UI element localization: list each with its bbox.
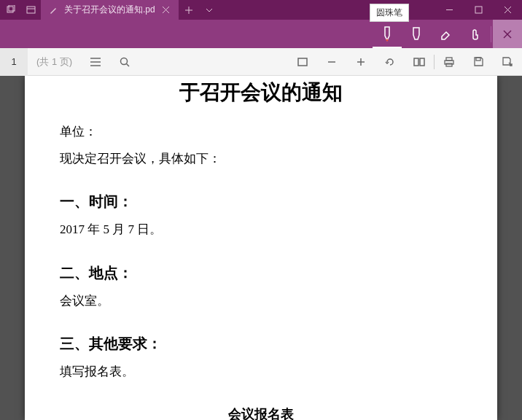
page-layout-icon[interactable]	[405, 48, 434, 76]
divider	[491, 26, 491, 42]
svg-point-18	[121, 58, 128, 64]
document-title: 于召开会议的通知	[60, 76, 462, 106]
document-page: 于召开会议的通知 单位： 现决定召开会议，具体如下： 一、时间： 2017 年 …	[25, 76, 497, 420]
section1-body: 2017 年 5 月 7 日。	[60, 219, 462, 241]
rotate-icon[interactable]	[375, 48, 405, 76]
save-icon[interactable]	[464, 48, 493, 76]
page-total-label: (共 1 页)	[28, 55, 81, 69]
new-window-icon[interactable]	[20, 0, 41, 20]
ballpoint-pen-button[interactable]	[373, 20, 402, 48]
maximize-button[interactable]	[464, 0, 493, 20]
svg-line-19	[127, 63, 130, 66]
title-bar-left: 关于召开会议的通知.pd	[0, 0, 219, 20]
touch-writing-button[interactable]	[460, 20, 489, 48]
highlighter-button[interactable]	[402, 20, 431, 48]
section3-body: 填写报名表。	[60, 361, 462, 384]
eraser-button[interactable]	[431, 20, 460, 48]
svg-rect-28	[446, 63, 452, 66]
new-tab-button[interactable]	[179, 0, 199, 20]
chevron-down-icon[interactable]	[199, 0, 219, 20]
svg-point-12	[386, 39, 389, 41]
svg-rect-20	[298, 58, 307, 66]
section2-heading: 二、地点：	[60, 263, 462, 283]
section3-heading: 三、其他要求：	[60, 334, 462, 354]
svg-rect-2	[27, 7, 35, 13]
print-icon[interactable]	[435, 48, 464, 76]
document-area[interactable]: 于召开会议的通知 单位： 现决定召开会议，具体如下： 一、时间： 2017 年 …	[0, 76, 522, 420]
zoom-out-icon[interactable]	[317, 48, 346, 76]
close-icon[interactable]	[161, 5, 171, 15]
svg-rect-1	[9, 5, 15, 11]
unit-label: 单位：	[60, 121, 462, 144]
save-as-icon[interactable]	[493, 48, 522, 76]
table-title: 会议报名表	[60, 405, 462, 420]
svg-rect-25	[420, 58, 424, 66]
close-window-button[interactable]	[493, 0, 522, 20]
outline-icon[interactable]	[81, 48, 110, 76]
svg-rect-9	[475, 7, 482, 13]
title-bar-right	[435, 0, 522, 20]
close-ink-toolbar-button[interactable]	[493, 20, 522, 48]
svg-rect-0	[7, 7, 13, 12]
document-tab[interactable]: 关于召开会议的通知.pd	[41, 0, 179, 20]
page-number-input[interactable]: 1	[0, 48, 28, 76]
zoom-in-icon[interactable]	[346, 48, 375, 76]
pen-icon	[48, 5, 58, 15]
svg-rect-29	[476, 58, 480, 61]
title-bar: 关于召开会议的通知.pd 圆珠笔	[0, 0, 522, 20]
svg-rect-24	[414, 58, 418, 66]
section2-body: 会议室。	[60, 290, 462, 313]
ink-toolbar	[0, 20, 522, 48]
tab-title: 关于召开会议的通知.pd	[64, 4, 155, 16]
section1-heading: 一、时间：	[60, 192, 462, 211]
minimize-button[interactable]	[435, 0, 464, 20]
tooltip-ballpoint: 圆珠笔	[370, 4, 409, 22]
page-toolbar: 1 (共 1 页)	[0, 48, 522, 76]
fit-page-icon[interactable]	[288, 48, 317, 76]
intro-text: 现决定召开会议，具体如下：	[60, 148, 462, 171]
search-icon[interactable]	[110, 48, 139, 76]
windows-multitask-icon[interactable]	[0, 0, 20, 20]
